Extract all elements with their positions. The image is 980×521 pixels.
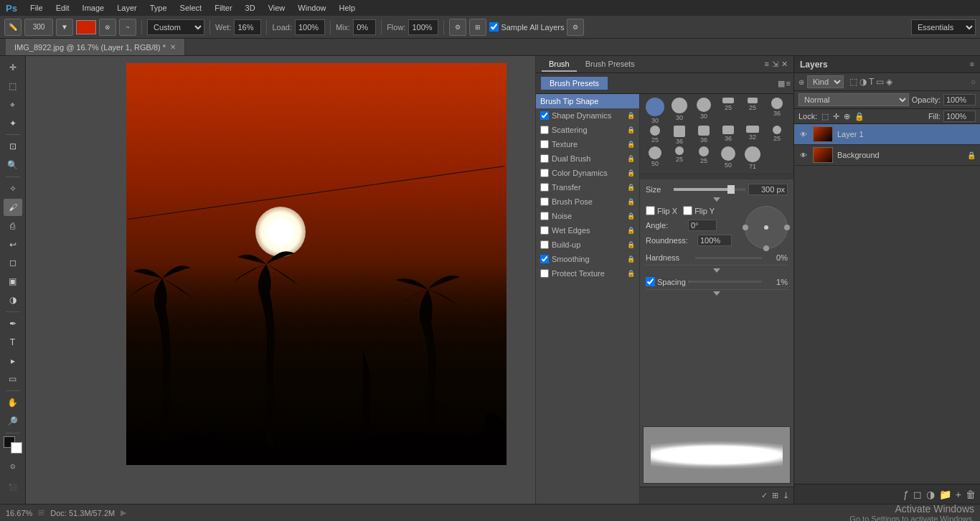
pen-tool[interactable]: ✒ (4, 315, 22, 332)
option-buildup[interactable]: Build-up 🔒 (536, 238, 639, 252)
flow-input[interactable] (408, 19, 438, 35)
delete-layer-btn[interactable]: 🗑 (966, 489, 976, 500)
sample-all-checkbox[interactable] (489, 22, 499, 32)
filter-pixel-btn[interactable]: ⬚ (849, 77, 857, 87)
lock-artboard-btn[interactable]: ⊕ (844, 112, 850, 121)
eyedropper-tool[interactable]: 🔍 (4, 156, 22, 174)
preset-item[interactable]: 71 (741, 146, 764, 170)
screen-mode-btn[interactable]: ⬛ (4, 478, 22, 497)
angle-handle-right[interactable] (784, 225, 790, 230)
filter-adjust-btn[interactable]: ◑ (859, 77, 867, 87)
option-dual-brush[interactable]: Dual Brush 🔒 (536, 151, 639, 166)
preset-item[interactable]: 36 (717, 126, 740, 145)
option-wet-edges[interactable]: Wet Edges 🔒 (536, 223, 639, 238)
menu-type[interactable]: Type (144, 2, 173, 14)
lock-pixels-btn[interactable]: ⬚ (821, 112, 829, 121)
preset-item[interactable]: 25 (717, 98, 740, 124)
mix-input[interactable] (353, 19, 376, 35)
filter-shape-btn[interactable]: ▭ (876, 77, 884, 87)
eraser-tool[interactable]: ◻ (4, 254, 22, 271)
preset-item[interactable]: 36 (765, 98, 788, 124)
option-brush-pose[interactable]: Brush Pose 🔒 (536, 194, 639, 209)
add-style-btn[interactable]: ƒ (903, 489, 909, 500)
smoothing-checkbox[interactable] (540, 255, 549, 263)
shape-tool[interactable]: ▭ (4, 371, 22, 388)
protect-texture-checkbox[interactable] (540, 269, 549, 278)
preset-item[interactable]: 36 (692, 126, 715, 145)
opacity-input[interactable] (943, 94, 976, 105)
hand-tool[interactable]: ✋ (4, 394, 22, 411)
lock-position-btn[interactable]: ✛ (833, 112, 839, 121)
canvas-area[interactable] (26, 56, 535, 504)
wet-input[interactable] (234, 19, 261, 35)
settings-btn[interactable]: ⚙ (567, 19, 584, 36)
workspace-select[interactable]: Essentials (911, 19, 976, 35)
option-color-dynamics[interactable]: Color Dynamics 🔒 (536, 166, 639, 180)
background-color[interactable] (11, 442, 22, 454)
preset-item[interactable]: 30 (644, 98, 666, 124)
brush-color-swatch[interactable] (76, 20, 96, 34)
preset-item[interactable]: 25 (692, 146, 715, 170)
brush-picker-btn[interactable]: ▼ (56, 19, 73, 36)
smoothing-toggle-btn[interactable]: ⚙ (449, 19, 466, 36)
texture-checkbox[interactable] (540, 140, 549, 149)
hardness-slider[interactable] (695, 257, 762, 259)
history-brush-tool[interactable]: ↩ (4, 236, 22, 253)
dual-brush-checkbox[interactable] (540, 154, 549, 163)
option-brush-tip-shape[interactable]: Brush Tip Shape (536, 94, 639, 108)
layer-visibility-btn-0[interactable]: 👁 (798, 129, 809, 139)
angle-widget[interactable] (745, 206, 788, 249)
roundness-input[interactable] (697, 235, 732, 246)
preset-item[interactable]: 30 (692, 98, 715, 124)
angle-input[interactable] (688, 220, 717, 231)
filter-smart-btn[interactable]: ◈ (886, 77, 892, 87)
spot-heal-tool[interactable]: ✧ (4, 180, 22, 197)
option-noise[interactable]: Noise 🔒 (536, 209, 639, 223)
document-tab[interactable]: IMG_8922.jpg @ 16.7% (Layer 1, RGB/8) * … (6, 39, 185, 55)
move-tool[interactable]: ✛ (4, 59, 22, 76)
wet-edges-checkbox[interactable] (540, 226, 549, 235)
preset-item[interactable]: 25 (741, 98, 764, 124)
buildup-checkbox[interactable] (540, 240, 549, 249)
angle-handle-bottom[interactable] (763, 245, 769, 251)
menu-select[interactable]: Select (174, 2, 208, 14)
spacing-slider[interactable] (689, 281, 762, 283)
group-layers-btn[interactable]: 📁 (939, 489, 951, 500)
status-arrow-btn[interactable]: ▶ (121, 508, 126, 517)
option-protect-texture[interactable]: Protect Texture 🔒 (536, 266, 639, 281)
option-shape-dynamics[interactable]: Shape Dynamics 🔒 (536, 108, 639, 123)
brush-presets-button[interactable]: Brush Presets (541, 77, 608, 90)
magic-wand-tool[interactable]: ✦ (4, 115, 22, 132)
tab-brush-presets[interactable]: Brush Presets (578, 57, 642, 72)
adjustment-layer-btn[interactable]: ◑ (926, 489, 935, 500)
angle-handle-left[interactable] (743, 225, 748, 230)
option-transfer[interactable]: Transfer 🔒 (536, 180, 639, 194)
layer-item-1[interactable]: 👁 Background 🔒 (794, 145, 980, 166)
flip-y-checkbox[interactable] (683, 206, 692, 215)
new-layer-btn[interactable]: + (956, 489, 961, 500)
preset-item[interactable]: 50 (644, 146, 666, 170)
size-slider-thumb[interactable] (727, 185, 735, 194)
brush-tool-icon[interactable]: ✏️ (4, 19, 22, 36)
footer-checkmark-btn[interactable]: ✓ (761, 491, 768, 500)
lasso-tool[interactable]: ⌖ (4, 96, 22, 113)
presets-scrollbar[interactable] (640, 174, 793, 179)
pressure-btn[interactable]: ⊞ (469, 19, 486, 36)
menu-filter[interactable]: Filter (209, 2, 237, 14)
brush-tool[interactable]: 🖌 (4, 199, 22, 216)
menu-image[interactable]: Image (77, 2, 110, 14)
tab-close-btn[interactable]: ✕ (170, 43, 176, 51)
color-dynamics-checkbox[interactable] (540, 169, 549, 177)
kind-select[interactable]: Kind (807, 75, 844, 88)
tab-brush[interactable]: Brush (542, 57, 577, 72)
size-value-input[interactable] (748, 184, 788, 195)
quick-mask-btn[interactable]: ⊙ (4, 457, 22, 476)
lock-all-btn[interactable]: 🔒 (854, 112, 864, 121)
filter-type-btn[interactable]: T (869, 77, 874, 87)
menu-view[interactable]: View (263, 2, 291, 14)
transfer-checkbox[interactable] (540, 183, 549, 192)
footer-grid-btn[interactable]: ⊞ (772, 491, 778, 500)
menu-help[interactable]: Help (333, 2, 361, 14)
load-input[interactable] (295, 19, 325, 35)
brush-size-display[interactable]: 300 (24, 19, 53, 36)
